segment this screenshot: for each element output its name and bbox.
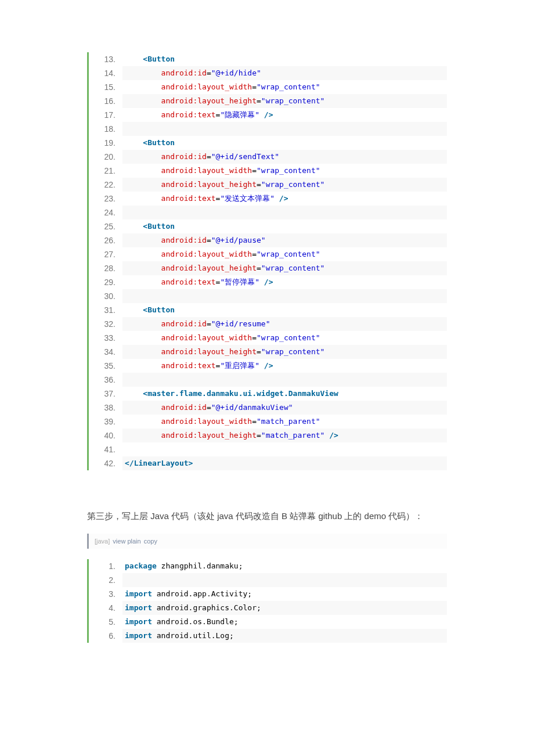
code-line: 26. android:id="@+id/pause" [89, 233, 447, 247]
code-line: 17. android:text="隐藏弹幕" /> [89, 108, 447, 122]
view-plain-link[interactable]: view plain [113, 538, 140, 545]
code-content: import android.app.Activity; [122, 587, 447, 601]
line-number: 37. [89, 387, 122, 401]
code-content: android:layout_width="wrap_content" [122, 80, 447, 94]
code-line: 41. [89, 442, 447, 456]
line-number: 15. [89, 80, 122, 94]
code-line: 28. android:layout_height="wrap_content" [89, 261, 447, 275]
code-line: 36. [89, 373, 447, 387]
code-lines: 13. <Button14. android:id="@+id/hide"15.… [89, 52, 447, 470]
code-content: android:layout_width="match_parent" [122, 415, 447, 429]
paragraph-step3: 第三步，写上层 Java 代码（该处 java 代码改造自 B 站弹幕 gith… [87, 511, 447, 522]
code-line: 27. android:layout_width="wrap_content" [89, 247, 447, 261]
code-line: 2. [89, 573, 447, 587]
code-content: android:layout_height="match_parent" /> [122, 429, 447, 442]
code-line: 35. android:text="重启弹幕" /> [89, 359, 447, 373]
code-content: </LinearLayout> [122, 456, 447, 470]
code-content [122, 373, 447, 387]
line-number: 13. [89, 52, 122, 66]
code-line: 16. android:layout_height="wrap_content" [89, 94, 447, 108]
line-number: 18. [89, 122, 122, 136]
code-content: android:id="@+id/pause" [122, 233, 447, 247]
line-number: 22. [89, 178, 122, 192]
code-content: android:layout_height="wrap_content" [122, 94, 447, 108]
line-number: 4. [89, 601, 122, 615]
code-content: import android.os.Bundle; [122, 615, 447, 629]
code-content [122, 206, 447, 219]
line-number: 28. [89, 261, 122, 275]
code-line: 29. android:text="暂停弹幕" /> [89, 275, 447, 289]
line-number: 14. [89, 66, 122, 80]
line-number: 30. [89, 289, 122, 303]
code-line: 34. android:layout_height="wrap_content" [89, 345, 447, 359]
code-content: import android.util.Log; [122, 629, 447, 643]
line-number: 26. [89, 233, 122, 247]
line-number: 24. [89, 206, 122, 219]
code-line: 37. <master.flame.danmaku.ui.widget.Danm… [89, 387, 447, 401]
line-number: 34. [89, 345, 122, 359]
code-content: android:layout_width="wrap_content" [122, 247, 447, 261]
line-number: 21. [89, 164, 122, 178]
code-line: 33. android:layout_width="wrap_content" [89, 331, 447, 345]
code-line: 31. <Button [89, 303, 447, 317]
code-line: 38. android:id="@+id/danmakuView" [89, 401, 447, 415]
code-content [122, 573, 447, 587]
line-number: 38. [89, 401, 122, 415]
code-line: 22. android:layout_height="wrap_content" [89, 178, 447, 192]
line-number: 6. [89, 629, 122, 643]
line-number: 2. [89, 573, 122, 587]
code-content: android:layout_height="wrap_content" [122, 345, 447, 359]
code-line: 18. [89, 122, 447, 136]
code-content: <Button [122, 52, 447, 66]
line-number: 40. [89, 429, 122, 442]
line-number: 33. [89, 331, 122, 345]
code-line: 1.package zhangphil.danmaku; [89, 559, 447, 573]
code-line: 15. android:layout_width="wrap_content" [89, 80, 447, 94]
code-line: 19. <Button [89, 136, 447, 150]
line-number: 27. [89, 247, 122, 261]
code-line: 21. android:layout_width="wrap_content" [89, 164, 447, 178]
code-content [122, 442, 447, 456]
code-content: <Button [122, 219, 447, 233]
code-line: 40. android:layout_height="match_parent"… [89, 429, 447, 442]
code-line: 6.import android.util.Log; [89, 629, 447, 643]
code-content: android:text="暂停弹幕" /> [122, 275, 447, 289]
code-content: android:id="@+id/danmakuView" [122, 401, 447, 415]
code-line: 25. <Button [89, 219, 447, 233]
code-content: import android.graphics.Color; [122, 601, 447, 615]
code-block-xml: 13. <Button14. android:id="@+id/hide"15.… [87, 52, 447, 470]
line-number: 20. [89, 150, 122, 164]
line-number: 23. [89, 192, 122, 206]
code-line: 14. android:id="@+id/hide" [89, 66, 447, 80]
copy-link[interactable]: copy [144, 538, 157, 545]
code-content: android:text="发送文本弹幕" /> [122, 192, 447, 206]
line-number: 29. [89, 275, 122, 289]
code-content: android:layout_height="wrap_content" [122, 178, 447, 192]
line-number: 5. [89, 615, 122, 629]
line-number: 35. [89, 359, 122, 373]
code-content: <Button [122, 303, 447, 317]
line-number: 3. [89, 587, 122, 601]
code-meta-bar: [java] view plain copy [87, 534, 447, 549]
code-line: 5.import android.os.Bundle; [89, 615, 447, 629]
code-line: 32. android:id="@+id/resume" [89, 317, 447, 331]
code-line: 24. [89, 206, 447, 219]
line-number: 36. [89, 373, 122, 387]
code-line: 13. <Button [89, 52, 447, 66]
code-content: android:layout_width="wrap_content" [122, 331, 447, 345]
code-lines: 1.package zhangphil.danmaku;2. 3.import … [89, 559, 447, 643]
line-number: 31. [89, 303, 122, 317]
line-number: 19. [89, 136, 122, 150]
code-line: 39. android:layout_width="match_parent" [89, 415, 447, 429]
code-line: 20. android:id="@+id/sendText" [89, 150, 447, 164]
code-line: 42.</LinearLayout> [89, 456, 447, 470]
line-number: 39. [89, 415, 122, 429]
code-line: 30. [89, 289, 447, 303]
code-content: android:layout_height="wrap_content" [122, 261, 447, 275]
code-content: android:text="隐藏弹幕" /> [122, 108, 447, 122]
code-content: <master.flame.danmaku.ui.widget.DanmakuV… [122, 387, 447, 401]
code-content [122, 122, 447, 136]
code-content: android:id="@+id/resume" [122, 317, 447, 331]
line-number: 25. [89, 219, 122, 233]
code-content: android:text="重启弹幕" /> [122, 359, 447, 373]
